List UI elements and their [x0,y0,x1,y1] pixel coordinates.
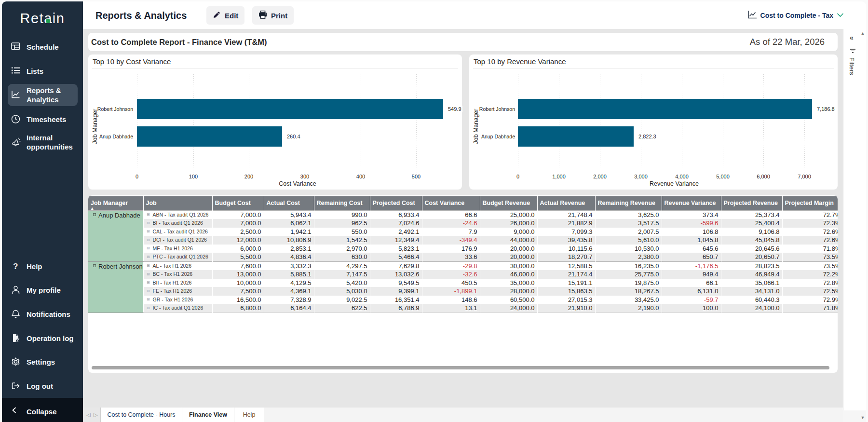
svg-text:?: ? [13,262,18,271]
